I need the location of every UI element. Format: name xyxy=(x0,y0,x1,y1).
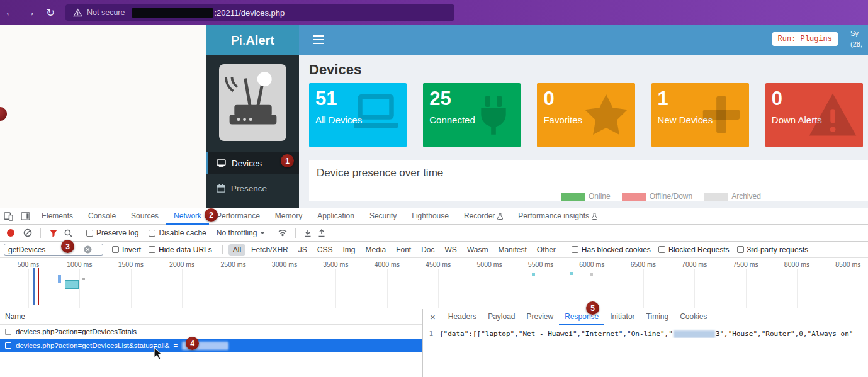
card-new-devices[interactable]: 1 New Devices xyxy=(651,83,749,147)
annotation-step-5: 5 xyxy=(586,301,599,315)
dock-side-icon[interactable] xyxy=(17,208,34,224)
detail-tab-timing[interactable]: Timing xyxy=(641,309,675,325)
preserve-log-checkbox[interactable]: Preserve log xyxy=(86,228,138,237)
line-number: 1 xyxy=(423,330,439,338)
request-row-get-devices-list[interactable]: devices.php?action=getDevicesList&status… xyxy=(0,339,422,352)
filter-type-css[interactable]: CSS xyxy=(313,244,337,256)
network-conditions-icon[interactable] xyxy=(278,229,287,237)
timeline-activity-mark xyxy=(58,275,61,283)
checkbox-icon xyxy=(572,246,578,253)
request-row-get-devices-totals[interactable]: devices.php?action=getDevicesTotals xyxy=(0,325,422,339)
request-detail-panel: × Headers Payload Preview Response Initi… xyxy=(423,309,868,377)
legend-online: Online xyxy=(561,192,611,201)
tab-performance-insights[interactable]: Performance insights xyxy=(510,208,605,225)
invert-checkbox[interactable]: Invert xyxy=(112,245,141,254)
card-connected[interactable]: 25 Connected xyxy=(423,83,521,147)
filter-type-manifest[interactable]: Manifest xyxy=(493,244,531,256)
filter-type-all[interactable]: All xyxy=(228,244,245,256)
tab-lighthouse[interactable]: Lighthouse xyxy=(404,208,456,225)
filter-type-fetch-xhr[interactable]: Fetch/XHR xyxy=(247,244,293,256)
checkbox-icon xyxy=(737,246,744,253)
detail-tab-cookies[interactable]: Cookies xyxy=(674,309,713,325)
legend-archived-swatch xyxy=(704,193,728,201)
run-plugins-button[interactable]: Run: Plugins xyxy=(772,32,838,46)
card-favorites[interactable]: 0 Favorites xyxy=(537,83,634,147)
annotation-step-3: 3 xyxy=(61,240,74,253)
search-icon[interactable] xyxy=(64,229,72,237)
screenshot-root: ← → ↻ Not secure :20211/devices.php Pi.A… xyxy=(0,0,868,377)
detail-tab-initiator[interactable]: Initiator xyxy=(604,309,640,325)
forward-button[interactable]: → xyxy=(20,6,40,19)
card-all-devices[interactable]: 51 All Devices xyxy=(309,83,407,147)
filter-type-js[interactable]: JS xyxy=(294,244,312,256)
page-viewport: Pi.Alert Run: Plugins Sy (28, xyxy=(0,25,868,208)
tab-application[interactable]: Application xyxy=(310,208,362,225)
timeline-activity-mark xyxy=(65,280,79,289)
address-bar[interactable]: Not secure :20211/devices.php xyxy=(65,4,454,21)
tab-recorder[interactable]: Recorder xyxy=(456,208,510,225)
legend-offline: Offline/Down xyxy=(622,192,692,201)
disable-cache-checkbox[interactable]: Disable cache xyxy=(149,228,206,237)
tab-performance[interactable]: Performance xyxy=(209,208,268,225)
filter-type-other[interactable]: Other xyxy=(533,244,560,256)
record-button[interactable] xyxy=(7,229,14,237)
requests-name-header[interactable]: Name xyxy=(0,309,422,325)
plus-icon xyxy=(699,92,744,137)
filter-icon[interactable] xyxy=(49,229,58,237)
sidebar-item-presence[interactable]: Presence xyxy=(206,177,299,199)
annotation-step-4: 4 xyxy=(186,337,199,350)
back-button[interactable]: ← xyxy=(0,6,20,19)
tab-network[interactable]: Network xyxy=(166,208,209,225)
presence-panel: Device presence over time Online Offline… xyxy=(309,160,868,201)
clear-filter-icon[interactable] xyxy=(84,245,92,254)
stat-cards: 51 All Devices 25 Connected xyxy=(309,83,863,147)
filter-type-media[interactable]: Media xyxy=(361,244,390,256)
legend-offline-swatch xyxy=(622,193,646,201)
throttling-select[interactable]: No throttling xyxy=(217,228,266,237)
close-icon[interactable]: × xyxy=(423,312,442,322)
tab-security[interactable]: Security xyxy=(362,208,404,225)
sidebar-item-label: Presence xyxy=(231,184,267,193)
tab-elements[interactable]: Elements xyxy=(34,208,81,225)
refresh-button[interactable]: ↻ xyxy=(40,6,60,20)
app-sidebar: Devices Presence xyxy=(206,55,299,208)
filter-input-box[interactable] xyxy=(4,244,103,256)
blocked-requests-checkbox[interactable]: Blocked Requests xyxy=(658,245,730,254)
third-party-requests-checkbox[interactable]: 3rd-party requests xyxy=(737,245,808,254)
sidebar-toggle-icon[interactable] xyxy=(313,35,324,47)
app-main-content: Devices 51 All Devices 25 Connected xyxy=(299,55,868,208)
timeline-load-marker xyxy=(38,268,39,305)
tab-console[interactable]: Console xyxy=(81,208,123,225)
card-down-alerts[interactable]: 0 Down Alerts xyxy=(765,83,863,147)
filter-type-img[interactable]: Img xyxy=(338,244,359,256)
app-logo[interactable]: Pi.Alert xyxy=(206,25,299,55)
filter-type-wasm[interactable]: Wasm xyxy=(463,244,493,256)
hide-data-urls-checkbox[interactable]: Hide data URLs xyxy=(149,245,212,254)
detail-tab-preview[interactable]: Preview xyxy=(521,309,560,325)
network-overview-timeline[interactable]: 500 ms1000 ms1500 ms2000 ms2500 ms3000 m… xyxy=(0,258,868,308)
sidebar-item-label: Devices xyxy=(232,159,262,168)
device-toolbar-icon[interactable] xyxy=(0,208,17,224)
filter-type-ws[interactable]: WS xyxy=(441,244,461,256)
tab-memory[interactable]: Memory xyxy=(268,208,310,225)
experiment-flask-icon xyxy=(497,213,503,220)
network-bottom-split: Name devices.php?action=getDevicesTotals… xyxy=(0,309,868,377)
filter-type-doc[interactable]: Doc xyxy=(417,244,439,256)
presence-calendar-icon xyxy=(217,184,225,193)
has-blocked-cookies-checkbox[interactable]: Has blocked cookies xyxy=(572,245,651,254)
import-har-icon[interactable] xyxy=(304,229,312,237)
clear-icon[interactable] xyxy=(23,228,32,237)
filter-type-font[interactable]: Font xyxy=(392,244,415,256)
network-toolbar: Preserve log Disable cache No throttling xyxy=(0,225,868,242)
timeline-activity-mark xyxy=(590,273,593,276)
response-body[interactable]: 1 {"data":[["laptop","Net - Huawei","Int… xyxy=(423,325,868,338)
star-icon xyxy=(582,92,630,138)
export-har-icon[interactable] xyxy=(318,229,325,237)
detail-tab-payload[interactable]: Payload xyxy=(482,309,521,325)
resource-type-filters: AllFetch/XHRJSCSSImgMediaFontDocWSWasmMa… xyxy=(228,244,561,256)
redacted-response-value xyxy=(674,330,715,338)
chevron-down-icon xyxy=(260,232,265,234)
navbar-right-text: Sy (28, xyxy=(850,28,868,50)
detail-tab-headers[interactable]: Headers xyxy=(442,309,482,325)
tab-sources[interactable]: Sources xyxy=(123,208,166,225)
